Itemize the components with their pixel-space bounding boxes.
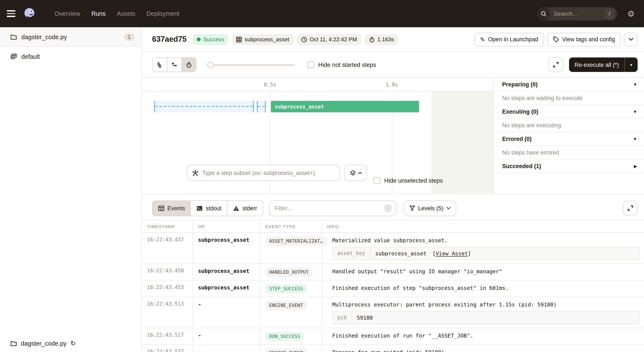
main-content: 637aed75 Success subprocess_asset Oct 11… bbox=[142, 27, 644, 352]
event-op: - bbox=[193, 297, 260, 328]
status-section-title[interactable]: Executing (0)▼ bbox=[494, 105, 644, 119]
log-filter-field[interactable] bbox=[269, 200, 396, 216]
tag-icon bbox=[553, 36, 559, 42]
event-timestamp: 16:22:43.450 bbox=[142, 264, 193, 280]
table-icon bbox=[158, 205, 164, 211]
duration-label: 1.163s bbox=[377, 36, 394, 42]
event-type-badge: ASSET_MATERIALIZAT… bbox=[265, 237, 327, 246]
gantt-zoom-slider[interactable] bbox=[208, 61, 294, 68]
metadata-value-text: 59180 bbox=[357, 314, 373, 321]
settings-gear-icon[interactable]: ⚙ bbox=[628, 9, 635, 18]
step-subset-input[interactable] bbox=[202, 170, 335, 176]
column-header: EVENT TYPE bbox=[260, 220, 322, 232]
event-info-text: Finished execution of run for "__ASSET_J… bbox=[332, 332, 640, 339]
event-timestamp: 16:22:43.453 bbox=[142, 281, 193, 297]
reload-icon[interactable]: ↻ bbox=[70, 340, 76, 347]
nav-link-assets[interactable]: Assets bbox=[117, 10, 136, 17]
header-more-chevron-button[interactable] bbox=[624, 32, 638, 46]
event-type-badge: RUN_SUCCESS bbox=[265, 332, 304, 341]
gantt-fullscreen-button[interactable] bbox=[548, 57, 563, 72]
metadata-key: asset_key bbox=[333, 247, 370, 260]
tab-stderr[interactable]: stderr bbox=[227, 201, 262, 216]
event-row[interactable]: 16:22:43.453subprocess_assetSTEP_SUCCESS… bbox=[142, 281, 644, 297]
waterfall-view-icon bbox=[171, 61, 178, 68]
slider-track[interactable] bbox=[208, 64, 294, 66]
nav-link-overview[interactable]: Overview bbox=[54, 10, 80, 17]
hamburger-menu-icon[interactable] bbox=[7, 8, 17, 19]
nav-link-deployment[interactable]: Deployment bbox=[146, 10, 180, 17]
event-timestamp: 16:22:43.513 bbox=[142, 297, 193, 328]
axis-tick: 1.0s bbox=[386, 82, 398, 88]
event-type-cell: RUN_SUCCESS bbox=[260, 328, 322, 344]
open-in-launchpad-button[interactable]: ✎ Open in Launchpad bbox=[474, 32, 544, 46]
run-id: 637aed75 bbox=[152, 35, 186, 44]
view-mode-flat-button[interactable] bbox=[152, 58, 167, 71]
nav-link-runs[interactable]: Runs bbox=[91, 10, 106, 17]
event-row[interactable]: 16:22:43.513-ENGINE_EVENTMultiprocess ex… bbox=[142, 297, 644, 328]
view-mode-waterfall-button[interactable] bbox=[167, 58, 182, 71]
reexecute-dropdown-caret[interactable]: ▾ bbox=[625, 57, 638, 72]
status-section-title[interactable]: Errored (0)▼ bbox=[494, 132, 644, 146]
slider-thumb[interactable] bbox=[208, 61, 214, 68]
view-mode-timing-button[interactable] bbox=[182, 58, 196, 71]
column-header: INFO bbox=[322, 220, 644, 232]
left-sidebar: dagster_code.py 1 default dagster_code.p… bbox=[0, 27, 142, 352]
events-fullscreen-button[interactable] bbox=[623, 201, 638, 215]
hide-not-started-checkbox[interactable]: Hide not started steps bbox=[308, 61, 376, 68]
status-section-title[interactable]: Preparing (0)▼ bbox=[494, 78, 644, 91]
checkbox-icon[interactable] bbox=[308, 61, 314, 68]
global-search[interactable]: / bbox=[537, 7, 617, 20]
status-section-title[interactable]: Succeeded (1)▶ bbox=[494, 160, 644, 173]
event-type-cell: ASSET_MATERIALIZAT… bbox=[260, 233, 322, 264]
event-info-text: Finished execution of step "subprocess_a… bbox=[332, 284, 640, 292]
asset-tag[interactable]: subprocess_asset bbox=[232, 34, 294, 45]
gantt-step-bar[interactable]: subprocess_asset bbox=[271, 101, 419, 112]
search-input[interactable] bbox=[550, 10, 604, 17]
event-op: - bbox=[193, 345, 260, 352]
hide-unselected-checkbox[interactable]: Hide unselected steps bbox=[374, 177, 443, 184]
status-section-body: No steps have errored bbox=[494, 146, 644, 160]
event-type-cell: HANDLED_OUTPUT bbox=[260, 264, 322, 280]
status-section-body: No steps are waiting to execute bbox=[494, 91, 644, 105]
event-info-text: Process for run exited (pid: 59180). bbox=[332, 349, 640, 352]
event-row[interactable]: 16:22:43.437subprocess_assetASSET_MATERI… bbox=[142, 233, 644, 264]
start-time-tag: Oct 11, 4:22:42 PM bbox=[297, 34, 361, 45]
clock-icon bbox=[301, 36, 307, 42]
status-section-label: Errored (0) bbox=[502, 136, 532, 142]
event-row[interactable]: 16:22:43.517-RUN_SUCCESSFinished executi… bbox=[142, 328, 644, 345]
search-shortcut-key: / bbox=[604, 8, 614, 19]
top-nav: OverviewRunsAssetsDeployment / ⚙ bbox=[0, 0, 644, 27]
duration-tag: 1.163s bbox=[364, 34, 398, 45]
step-status-panel: Preparing (0)▼No steps are waiting to ex… bbox=[493, 78, 644, 194]
step-subset-field[interactable] bbox=[187, 165, 340, 181]
layers-icon bbox=[350, 170, 356, 176]
event-metadata-box: pid59180 bbox=[332, 311, 640, 324]
event-type-badge: ENGINE_EVENT bbox=[265, 349, 307, 352]
nav-links: OverviewRunsAssetsDeployment bbox=[54, 10, 179, 17]
reexecute-all-button[interactable]: Re-execute all (*) ▾ bbox=[569, 57, 638, 72]
event-info: Handled output "result" using IO manager… bbox=[322, 264, 644, 280]
levels-filter-button[interactable]: Levels (5) bbox=[404, 200, 456, 216]
chevron-down-icon: ▼ bbox=[633, 82, 637, 87]
log-filter-input[interactable] bbox=[274, 205, 384, 211]
footer-location-label: dagster_code.py bbox=[21, 340, 66, 347]
checkbox-icon[interactable] bbox=[374, 177, 380, 184]
tab-stdout[interactable]: stdout bbox=[190, 201, 227, 216]
clear-filter-icon[interactable] bbox=[384, 205, 391, 212]
tab-events[interactable]: Events bbox=[152, 201, 190, 216]
sidebar-code-location[interactable]: dagster_code.py 1 bbox=[0, 27, 142, 47]
graph-query-toggle-button[interactable] bbox=[344, 165, 367, 181]
event-row[interactable]: 16:22:43.450subprocess_assetHANDLED_OUTP… bbox=[142, 264, 644, 281]
column-header: OP bbox=[193, 220, 260, 232]
sidebar-job-default[interactable]: default bbox=[0, 47, 142, 66]
view-asset-link[interactable]: [View Asset] bbox=[432, 250, 471, 257]
stopwatch-icon bbox=[369, 36, 375, 42]
chevron-down-icon: ▼ bbox=[633, 109, 637, 114]
chevron-right-icon: ▶ bbox=[634, 164, 637, 169]
view-tags-config-button[interactable]: View tags and config bbox=[547, 32, 620, 46]
dagster-logo-icon[interactable] bbox=[23, 7, 36, 20]
event-row[interactable]: 16:22:43.527-ENGINE_EVENTProcess for run… bbox=[142, 345, 644, 352]
event-info: Multiprocess executor: parent process ex… bbox=[322, 297, 644, 328]
metadata-value-text: subprocess_asset bbox=[375, 250, 426, 257]
event-type-cell: STEP_SUCCESS bbox=[260, 281, 322, 297]
